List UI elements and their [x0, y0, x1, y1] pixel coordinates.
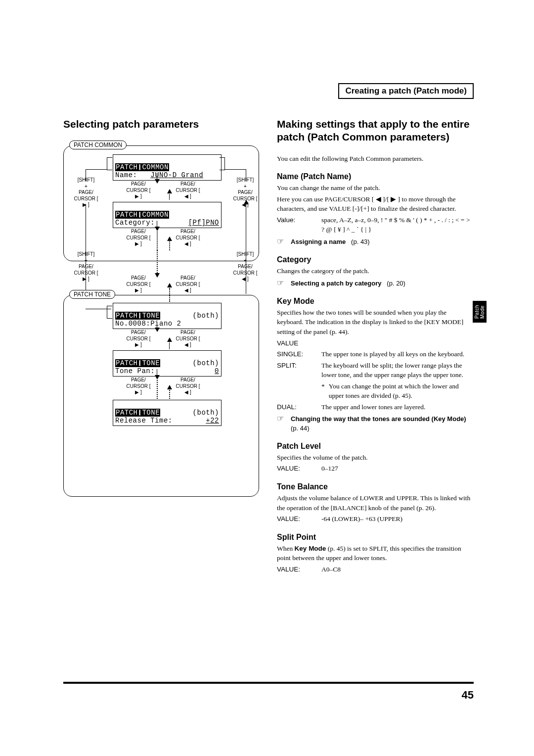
keymode-p1: Specifies how the two tones will be soun… [277, 308, 474, 337]
kbd-page-right-tone-1: PAGE/CURSOR [ ▶ ] [125, 330, 152, 348]
h-category: Category [277, 255, 474, 264]
hand-icon: ☞ [277, 415, 288, 432]
group-label-common: PATCH COMMON [69, 141, 127, 149]
kbd-page-right-between: PAGE/CURSOR [ ▶ ] [125, 275, 152, 294]
splitpoint-value-text: A0–C8 [321, 565, 474, 574]
kbd-shift-page-left-2: [SHIFT]+PAGE/CURSOR [ ◀ ] [231, 251, 259, 283]
splitpoint-p1: When Key Mode (p. 45) is set to SPLIT, t… [277, 544, 474, 563]
kbd-page-left-inner-2: PAGE/CURSOR [ ◀ ] [174, 229, 202, 247]
name-value-text: space, A–Z, a–z, 0–9, ! " # $ % & ' ( ) … [321, 215, 474, 235]
split-label: SPLIT: [277, 361, 321, 380]
ref-keymode: Changing the way that the tones are soun… [291, 415, 474, 432]
dual-text: The upper and lower tones are layered. [321, 402, 474, 412]
split-text: The keyboard will be split; the lower ra… [321, 361, 474, 380]
h-keymode: Key Mode [277, 297, 474, 306]
name-p2: Here you can use PAGE/CURSOR [ ◀ ]/[ ▶ ]… [277, 194, 474, 214]
lcd-tone-release: PATCH❙TONE(both) Release Time: +22 [113, 400, 222, 425]
hand-icon: ☞ [277, 279, 288, 288]
intro-text: You can edit the following Patch Common … [277, 154, 474, 164]
keymode-value-label: VALUE [277, 338, 474, 348]
h-name: Name (Patch Name) [277, 172, 474, 181]
lcd-common-category: PATCH❙COMMON Category: [Pf]PNO [113, 202, 222, 228]
ref-name: Assigning a name (p. 43) [291, 237, 474, 246]
left-heading: Selecting patch parameters [63, 118, 260, 131]
kbd-shift-page-right-2: [SHIFT]+PAGE/CURSOR [ ▶ ] [72, 251, 100, 283]
tonebalance-value-text: -64 (LOWER)– +63 (UPPER) [321, 514, 474, 524]
lcd-tone-no: PATCH❙TONE(both) No.0008:Piano 2 [113, 303, 222, 329]
kbd-shift-page-right-1: [SHIFT]+PAGE/CURSOR [ ▶ ] [72, 177, 100, 208]
kbd-page-left-inner-1: PAGE/CURSOR [ ◀ ] [174, 181, 202, 200]
lcd-common-name: PATCH❙COMMON Name: JUNO-D Grand [113, 154, 222, 180]
h-patchlevel: Patch Level [277, 442, 474, 451]
split-note: You can change the point at which the lo… [329, 381, 474, 401]
patchlevel-p1: Specifies the volume of the patch. [277, 453, 474, 463]
name-p1: You can change the name of the patch. [277, 183, 474, 193]
right-heading: Making settings that apply to the entire… [277, 118, 474, 144]
category-p1: Changes the category of the patch. [277, 266, 474, 276]
dual-label: DUAL: [277, 402, 321, 412]
breadcrumb: Creating a patch (Patch mode) [338, 83, 474, 99]
kbd-page-right-inner-2: PAGE/CURSOR [ ▶ ] [125, 229, 152, 247]
name-value-label: Value: [277, 215, 321, 235]
footer-rule [63, 682, 474, 684]
h-splitpoint: Split Point [277, 533, 474, 542]
splitpoint-value-label: VALUE: [277, 565, 321, 574]
single-text: The upper tone is played by all keys on … [321, 349, 474, 359]
single-label: SINGLE: [277, 349, 321, 359]
tonebalance-value-label: VALUE: [277, 514, 321, 524]
kbd-page-right-inner-1: PAGE/CURSOR [ ▶ ] [125, 181, 152, 200]
patchlevel-value-text: 0–127 [321, 464, 474, 473]
lcd-tone-pan: PATCH❙TONE(both) Tone Pan: 0 [113, 350, 222, 376]
parameter-diagram: PATCH COMMON PATCH❙COMMON Name: JUNO-D G… [63, 141, 260, 517]
tonebalance-p1: Adjusts the volume balance of LOWER and … [277, 493, 474, 513]
group-label-tone: PATCH TONE [69, 290, 115, 299]
asterisk: * [321, 381, 325, 401]
hand-icon: ☞ [277, 237, 288, 246]
kbd-page-left-tone-2: PAGE/CURSOR [ ◀ ] [174, 377, 202, 396]
kbd-page-left-between: PAGE/CURSOR [ ◀ ] [174, 275, 202, 294]
side-tab: Patch Mode [473, 301, 487, 323]
kbd-page-left-tone-1: PAGE/CURSOR [ ◀ ] [174, 330, 202, 348]
h-tonebalance: Tone Balance [277, 482, 474, 491]
patchlevel-value-label: VALUE: [277, 464, 321, 473]
kbd-page-right-tone-2: PAGE/CURSOR [ ▶ ] [125, 377, 152, 396]
page-number: 45 [462, 689, 474, 702]
ref-category: Selecting a patch by category (p. 20) [291, 279, 474, 288]
